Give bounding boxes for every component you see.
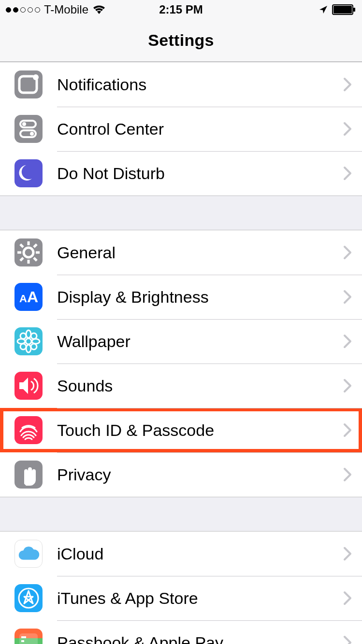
speaker-icon [14, 372, 43, 400]
battery-icon [332, 4, 356, 15]
chevron-right-icon [343, 635, 352, 644]
cloud-icon [14, 540, 43, 568]
row-label: General [57, 243, 343, 262]
carrier-label: T-Mobile [44, 3, 88, 16]
chevron-right-icon [343, 289, 352, 305]
divider [57, 151, 362, 152]
settings-row-itunes-app-store[interactable]: iTunes & App Store [0, 576, 362, 620]
divider [57, 319, 362, 320]
settings-row-privacy[interactable]: Privacy [0, 452, 362, 497]
row-label: Display & Brightness [57, 288, 343, 307]
settings-group: GeneralDisplay & BrightnessWallpaperSoun… [0, 230, 362, 497]
status-left: T-Mobile [6, 3, 106, 16]
svg-rect-2 [353, 8, 355, 12]
settings-row-general[interactable]: General [0, 230, 362, 275]
divider [57, 576, 362, 576]
status-bar: T-Mobile 2:15 PM [0, 0, 362, 19]
settings-row-sounds[interactable]: Sounds [0, 364, 362, 408]
settings-row-control-center[interactable]: Control Center [0, 107, 362, 151]
chevron-right-icon [343, 245, 352, 260]
settings-group: NotificationsControl CenterDo Not Distur… [0, 62, 362, 196]
appstore-icon [14, 584, 43, 612]
fingerprint-icon [14, 416, 43, 444]
row-label: Sounds [57, 377, 343, 395]
wifi-icon [92, 4, 106, 15]
row-label: Wallpaper [57, 332, 343, 351]
settings-row-do-not-disturb[interactable]: Do Not Disturb [0, 151, 362, 196]
row-label: Control Center [57, 120, 343, 139]
chevron-right-icon [343, 121, 352, 137]
chevron-right-icon [343, 422, 352, 438]
row-label: Touch ID & Passcode [57, 421, 343, 440]
chevron-right-icon [343, 546, 352, 561]
page-title: Settings [0, 19, 362, 62]
row-label: iCloud [57, 545, 343, 563]
aa-icon [14, 283, 43, 311]
chevron-right-icon [343, 378, 352, 393]
settings-group: iCloudiTunes & App StorePassbook & Apple… [0, 531, 362, 644]
settings-row-touch-id-passcode[interactable]: Touch ID & Passcode [0, 408, 362, 452]
hand-icon [14, 461, 43, 489]
gear-icon [14, 238, 43, 266]
status-right [319, 4, 356, 15]
chevron-right-icon [343, 334, 352, 349]
row-label: Passbook & Apple Pay [57, 633, 343, 644]
svg-rect-1 [333, 6, 352, 14]
row-label: Privacy [57, 465, 343, 484]
settings-row-notifications[interactable]: Notifications [0, 62, 362, 107]
divider [57, 620, 362, 621]
settings-row-icloud[interactable]: iCloud [0, 532, 362, 576]
chevron-right-icon [343, 467, 352, 482]
chevron-right-icon [343, 166, 352, 181]
row-label: iTunes & App Store [57, 589, 343, 608]
settings-row-display-brightness[interactable]: Display & Brightness [0, 275, 362, 319]
signal-dots-icon [6, 7, 40, 13]
row-label: Do Not Disturb [57, 164, 343, 183]
settings-row-wallpaper[interactable]: Wallpaper [0, 319, 362, 364]
divider [57, 408, 362, 408]
chevron-right-icon [343, 590, 352, 606]
moon-icon [14, 159, 43, 187]
notifications-icon [14, 70, 43, 98]
settings-row-passbook-apple-pay[interactable]: Passbook & Apple Pay [0, 620, 362, 644]
row-label: Notifications [57, 75, 343, 94]
flower-icon [14, 327, 43, 355]
chevron-right-icon [343, 77, 352, 92]
divider [57, 452, 362, 453]
settings-list: NotificationsControl CenterDo Not Distur… [0, 62, 362, 644]
divider [57, 107, 362, 107]
location-icon [319, 5, 328, 14]
passbook-icon [14, 629, 43, 644]
control-center-icon [14, 115, 43, 143]
divider [57, 364, 362, 364]
divider [57, 275, 362, 275]
